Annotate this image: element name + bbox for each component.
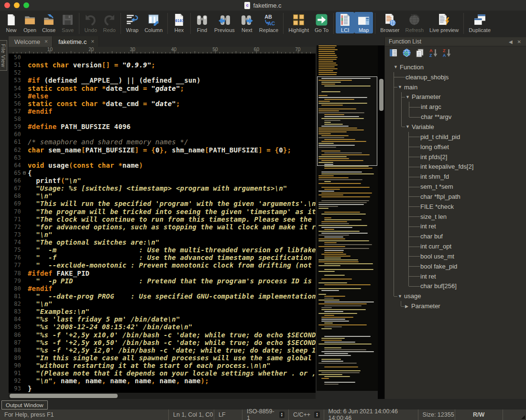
collapse-arrow-icon[interactable]: ▼ — [398, 85, 404, 89]
tool-previous-button[interactable]: Previous — [211, 12, 238, 33]
tree-item-int-ret[interactable]: int ret — [385, 271, 526, 281]
collapse-arrow-icon[interactable]: ▼ — [405, 95, 412, 99]
tree-item-char-ftpl-path[interactable]: char *ftpl_path — [385, 192, 526, 202]
code-line-61[interactable]: 61/* semaphore and shared memory names *… — [9, 138, 316, 146]
code-editor[interactable]: 5051const char version[] = "0.9.9";5253#… — [9, 54, 316, 393]
code-line-64[interactable]: 64void usage(const char *name) — [9, 162, 316, 169]
tool-go-to-button[interactable]: Go To — [312, 12, 331, 33]
code-line-56[interactable]: 56static const char *date_cmd = "date"; — [9, 100, 316, 108]
code-line-53[interactable]: 53#if (defined __APPLE__) || (defined __… — [9, 76, 316, 84]
tree-item-char-argv[interactable]: char **argv — [385, 112, 526, 122]
tool-next-button[interactable]: Next — [238, 12, 256, 33]
code-line-78[interactable]: 78#ifdef FAKE_PID — [9, 269, 316, 277]
collapse-panel-icon[interactable]: ◀ — [506, 39, 515, 44]
code-line-72[interactable]: 72 "for advanced options, such as stoppi… — [9, 223, 316, 231]
tree-item-sem-t-sem[interactable]: sem_t *sem — [385, 182, 526, 192]
code-line-59[interactable]: 59#define PATH_BUFSIZE 4096 — [9, 123, 316, 130]
tool-highlight-button[interactable]: Highlight — [285, 12, 312, 33]
tree-item-long-offset[interactable]: long offset — [385, 142, 526, 152]
close-panel-icon[interactable]: ✕ — [515, 39, 524, 44]
minimap-viewport[interactable] — [317, 76, 377, 166]
resize-grip[interactable] — [521, 415, 525, 419]
close-button[interactable] — [4, 2, 10, 8]
code-line-55[interactable]: 55#else — [9, 92, 316, 100]
tab-close-icon[interactable]: × — [91, 38, 94, 45]
code-line-80[interactable]: 80#endif — [9, 285, 316, 292]
zoom-button[interactable] — [23, 2, 29, 8]
tree-item-int-ret[interactable]: int ret — [385, 222, 526, 232]
code-line-84[interactable]: 84 "%s 'last friday 5 pm' /bin/date\n" — [9, 315, 316, 323]
tool-live-preview-button[interactable]: Live preview — [427, 12, 461, 33]
tree-item-int-keepalive-fds-2[interactable]: int keepalive_fds[2] — [385, 162, 526, 172]
code-line-70[interactable]: 70 "The program will be tricked into see… — [9, 208, 316, 215]
vertical-scrollbar-thumb[interactable] — [379, 79, 384, 111]
code-line-66[interactable]: 66 printf("\n" — [9, 177, 316, 184]
code-line-75[interactable]: 75 " -m : Use the multi-threaded version… — [9, 246, 316, 254]
vertical-scrollbar[interactable] — [378, 45, 384, 399]
code-line-54[interactable]: 54static const char *date_cmd = "gdate"; — [9, 85, 316, 92]
tool-find-button[interactable]: Find — [193, 12, 211, 33]
tree-item-int-argc[interactable]: int argc — [385, 102, 526, 112]
tool-map-button[interactable]: Map — [354, 12, 373, 33]
tool-column-button[interactable]: Column — [142, 12, 165, 33]
minimap[interactable] — [317, 45, 378, 391]
code-line-60[interactable]: 60 — [9, 130, 316, 138]
tool-lci-button[interactable]: LCI — [336, 12, 354, 33]
code-line-87[interactable]: 87 "%s -f '+2,5y x0,50' /bin/bash -c 'da… — [9, 339, 316, 346]
tree-item-usage[interactable]: ▼usage — [385, 291, 526, 301]
sort-za-icon[interactable]: ZA — [442, 48, 451, 57]
tree-item-pid-t-child-pid[interactable]: pid_t child_pid — [385, 132, 526, 142]
globe-g-icon[interactable]: G — [402, 48, 411, 57]
code-line-81[interactable]: 81 " --date-prog PROG : Use specified GN… — [9, 292, 316, 300]
tool-browser-button[interactable]: Browser — [377, 12, 402, 33]
tree-item-file-check[interactable]: FILE *check — [385, 202, 526, 212]
code-line-85[interactable]: 85 "%s '2008-12-24 08:15:42' /bin/date\n… — [9, 323, 316, 331]
code-line-76[interactable]: 76 " -f : Use the advanced timestamp spe… — [9, 254, 316, 261]
minimize-button[interactable] — [14, 2, 20, 8]
code-line-71[interactable]: 71 "The clock will continue to run from … — [9, 215, 316, 223]
collapse-arrow-icon[interactable]: ▼ — [405, 124, 412, 129]
tree-item-char-buf[interactable]: char buf — [385, 231, 526, 241]
tab-welcome[interactable]: Welcome× — [9, 36, 53, 47]
tab-faketime-c[interactable]: faketime.c× — [53, 36, 99, 47]
tree-item-bool-use-mt[interactable]: bool use_mt — [385, 251, 526, 261]
tree-item-main[interactable]: ▼main — [385, 82, 526, 92]
tree-item-cleanup-shobjs[interactable]: cleanup_shobjs — [385, 72, 526, 82]
code-line-62[interactable]: 62char sem_name[PATH_BUFSIZE] = {0}, shm… — [9, 146, 316, 154]
panel-list-icon[interactable] — [389, 48, 398, 57]
code-line-63[interactable]: 63 — [9, 154, 316, 162]
tool-replace-button[interactable]: ABACReplace — [256, 12, 281, 33]
code-line-69[interactable]: 69 "This will run the specified 'program… — [9, 200, 316, 207]
tool-open-button[interactable]: Open — [21, 12, 39, 33]
code-line-51[interactable]: 51const char version[] = "0.9.9"; — [9, 61, 316, 69]
collapse-arrow-icon[interactable]: ▼ — [398, 294, 404, 299]
collapse-arrow-icon[interactable]: ▼ — [394, 65, 400, 69]
code-line-89[interactable]: 89 "In this single case all spawned proc… — [9, 354, 316, 362]
tree-item-int-shm-fd[interactable]: int shm_fd — [385, 172, 526, 182]
horizontal-scrollbar-thumb[interactable] — [10, 394, 118, 398]
code-line-92[interactable]: 92 "\n", name, name, name, name, name, n… — [9, 377, 316, 385]
stepper-control[interactable]: ▲▼ — [279, 411, 285, 418]
tab-close-icon[interactable]: × — [44, 38, 48, 45]
tool-new-button[interactable]: New — [2, 12, 21, 33]
status-r-w[interactable]: R/W — [455, 409, 503, 420]
code-line-52[interactable]: 52 — [9, 69, 316, 76]
code-line-77[interactable]: 77 " --exclude-monotonic : Prevent monot… — [9, 261, 316, 269]
tool-duplicate-button[interactable]: Duplicate — [466, 12, 493, 33]
code-line-50[interactable]: 50 — [9, 54, 316, 61]
code-line-57[interactable]: 57#endif — [9, 108, 316, 115]
code-line-91[interactable]: 91 "(Please note that it depends on your… — [9, 369, 316, 377]
code-line-68[interactable]: 68 "\n" — [9, 192, 316, 200]
code-line-83[interactable]: 83 "Examples:\n" — [9, 308, 316, 315]
code-line-65[interactable]: 65⊟{ — [9, 169, 316, 177]
code-line-88[interactable]: 88 "%s -f '+2,5y i2,0' /bin/bash -c 'dat… — [9, 346, 316, 354]
copy-icon[interactable] — [416, 48, 425, 57]
tree-item-variable[interactable]: ▼Variable — [385, 122, 526, 132]
fold-marker-icon[interactable]: ⊟ — [21, 169, 28, 177]
tool-wrap-button[interactable]: Wrap — [123, 12, 142, 33]
tree-item-function[interactable]: ▼Function — [385, 62, 526, 72]
tree-item-int-pfds-2[interactable]: int pfds[2] — [385, 152, 526, 162]
sort-az-icon[interactable]: AZ — [429, 48, 438, 57]
code-line-82[interactable]: 82 "\n" — [9, 300, 316, 308]
file-view-tab[interactable]: File View — [0, 40, 7, 71]
